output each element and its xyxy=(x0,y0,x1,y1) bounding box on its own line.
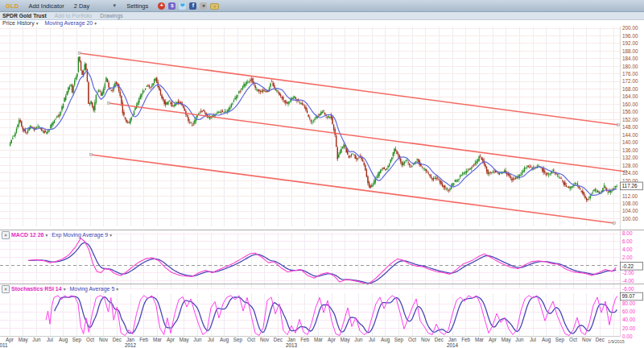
svg-text:196.00: 196.00 xyxy=(622,33,638,39)
svg-text:Jan: Jan xyxy=(448,337,457,342)
svg-text:May: May xyxy=(19,337,29,343)
svg-text:Jan: Jan xyxy=(287,337,296,342)
macd-dropdown[interactable]: MACD 12 26 xyxy=(11,232,43,238)
chevron-down-icon[interactable]: ▼ xyxy=(112,3,117,8)
moving-average-20-line xyxy=(23,71,617,195)
svg-text:May: May xyxy=(180,337,190,343)
stoch-panel-header: ✕ Stochastics RSI 14 ▾ Moving Average 5 … xyxy=(0,285,118,292)
snapshot-icon[interactable]: ● xyxy=(200,2,207,10)
svg-text:Feb: Feb xyxy=(300,337,309,342)
facebook-icon[interactable]: f xyxy=(189,2,196,10)
chevron-down-icon[interactable]: ▾ xyxy=(109,233,112,238)
chevron-down-icon[interactable]: ▾ xyxy=(45,233,47,238)
svg-text:May: May xyxy=(502,337,512,343)
chevron-down-icon[interactable]: ▾ xyxy=(94,21,97,26)
svg-text:Jul: Jul xyxy=(208,337,214,342)
stoch-value-box: 99.07 xyxy=(621,292,643,300)
symbol-tab[interactable]: GLD xyxy=(6,2,19,10)
panel-divider[interactable] xyxy=(0,230,644,230)
chart-canvas[interactable]: 200.00196.00192.00188.00184.00180.00176.… xyxy=(0,0,644,348)
svg-text:2014: 2014 xyxy=(447,342,459,348)
twitter-icon[interactable]: ❤ xyxy=(179,2,186,10)
stocktwits-icon[interactable]: $ xyxy=(168,2,175,10)
svg-text:Feb: Feb xyxy=(461,337,470,342)
svg-text:172.00: 172.00 xyxy=(622,78,638,84)
last-price-box: 117.26 xyxy=(621,182,643,190)
chevron-down-icon[interactable]: ▾ xyxy=(116,287,118,292)
share-icon[interactable]: + xyxy=(158,2,165,10)
svg-text:2012: 2012 xyxy=(125,342,137,348)
add-indicator-button[interactable]: Add Indicator xyxy=(28,2,64,10)
svg-text:192.00: 192.00 xyxy=(622,40,638,46)
settings-button[interactable]: Settings xyxy=(126,2,148,10)
chevron-down-icon[interactable]: ▾ xyxy=(64,287,66,292)
period-dropdown[interactable]: 2 Day xyxy=(74,2,90,10)
svg-text:2011: 2011 xyxy=(0,342,8,348)
svg-text:156.00: 156.00 xyxy=(622,109,638,114)
svg-text:Mar: Mar xyxy=(314,337,323,342)
ma5-dropdown[interactable]: Moving Average 5 xyxy=(69,286,114,292)
email-icon[interactable]: ▾ xyxy=(210,3,219,10)
svg-text:Sep: Sep xyxy=(555,337,565,343)
ema9-dropdown[interactable]: Exp Moving Average 9 xyxy=(52,232,108,238)
close-icon[interactable]: ✕ xyxy=(2,231,10,239)
svg-text:Apr: Apr xyxy=(489,337,497,343)
toolbar: GLD Add Indicator 2 Day ▼ Settings + $ ❤… xyxy=(0,0,644,12)
svg-text:-6.00: -6.00 xyxy=(622,286,634,292)
svg-text:Sep: Sep xyxy=(72,337,82,343)
svg-text:Jul: Jul xyxy=(369,337,375,342)
svg-text:80.00: 80.00 xyxy=(622,300,635,306)
svg-text:2013: 2013 xyxy=(286,342,298,348)
price-history-dropdown[interactable]: Price History xyxy=(2,20,35,26)
svg-text:Jun: Jun xyxy=(32,337,41,342)
time-axis: AprMayJunJulAugSepOctNovDecJanFebMarAprM… xyxy=(0,337,625,348)
svg-text:124.00: 124.00 xyxy=(622,170,638,176)
svg-text:Dec: Dec xyxy=(435,337,444,342)
trend-channel-lines[interactable] xyxy=(78,52,626,225)
svg-text:4.00: 4.00 xyxy=(622,246,633,252)
svg-text:148.00: 148.00 xyxy=(622,124,638,130)
svg-text:176.00: 176.00 xyxy=(622,71,638,77)
svg-text:136.00: 136.00 xyxy=(622,147,638,153)
drawings-menu[interactable]: Drawings xyxy=(100,13,122,19)
svg-text:184.00: 184.00 xyxy=(622,56,638,61)
ma20-dropdown[interactable]: Moving Average 20 xyxy=(44,20,93,26)
svg-text:Jun: Jun xyxy=(515,337,524,342)
svg-text:152.00: 152.00 xyxy=(622,117,638,122)
svg-text:168.00: 168.00 xyxy=(622,86,638,92)
svg-text:117.26: 117.26 xyxy=(622,183,638,188)
svg-text:100.00: 100.00 xyxy=(622,216,638,222)
stoch-dropdown[interactable]: Stochastics RSI 14 xyxy=(11,286,62,292)
social-icon-group: + $ ❤ f ● ▾ xyxy=(158,2,219,10)
charting-app-window: 200.00196.00192.00188.00184.00180.00176.… xyxy=(0,0,644,348)
svg-text:108.00: 108.00 xyxy=(622,201,638,206)
svg-text:Oct: Oct xyxy=(247,337,255,342)
svg-text:Jun: Jun xyxy=(193,337,202,342)
close-icon[interactable]: ✕ xyxy=(2,285,10,293)
svg-text:2.00: 2.00 xyxy=(622,255,633,260)
svg-text:99.07: 99.07 xyxy=(622,293,635,299)
svg-text:Aug: Aug xyxy=(59,337,68,343)
svg-text:128.00: 128.00 xyxy=(622,163,638,168)
svg-text:Aug: Aug xyxy=(542,337,551,343)
svg-text:Apr: Apr xyxy=(167,337,175,343)
svg-text:8.00: 8.00 xyxy=(622,230,633,236)
add-to-portfolio-link[interactable]: Add to Portfolio xyxy=(55,13,92,19)
instrument-name: SPDR Gold Trust xyxy=(2,13,47,19)
svg-text:-2.00: -2.00 xyxy=(622,270,634,276)
macd-value-box: -0.22 xyxy=(621,262,643,270)
svg-text:Nov: Nov xyxy=(582,337,592,342)
svg-text:-4.00: -4.00 xyxy=(622,278,634,284)
panel-divider[interactable] xyxy=(0,284,644,284)
svg-text:Aug: Aug xyxy=(381,337,390,343)
chevron-down-icon[interactable]: ▾ xyxy=(36,21,39,26)
svg-text:Jul: Jul xyxy=(47,337,53,342)
svg-text:Nov: Nov xyxy=(260,337,270,342)
svg-text:132.00: 132.00 xyxy=(622,155,638,160)
svg-text:144.00: 144.00 xyxy=(622,132,638,138)
svg-text:20.00: 20.00 xyxy=(622,325,635,331)
svg-text:140.00: 140.00 xyxy=(622,139,638,145)
svg-text:Jun: Jun xyxy=(354,337,363,342)
svg-text:180.00: 180.00 xyxy=(622,64,638,69)
macd-signal-line xyxy=(28,242,616,283)
